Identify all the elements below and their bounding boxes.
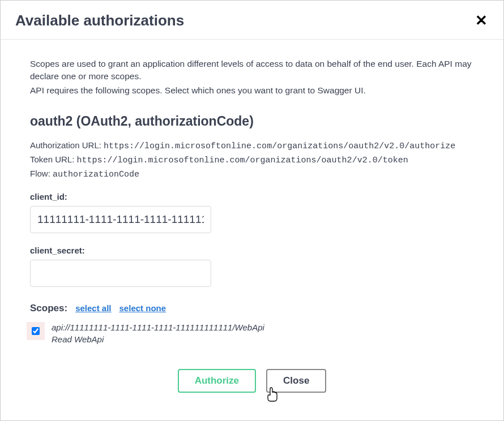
scopes-description: Scopes are used to grant an application …	[30, 58, 474, 97]
scope-text: api://11111111-1111-1111-1111-1111111111…	[52, 322, 264, 345]
scope-name: api://11111111-1111-1111-1111-1111111111…	[52, 322, 264, 333]
modal-header: Available authorizations ✕	[1, 1, 503, 40]
client-secret-input[interactable]	[30, 260, 211, 287]
authorization-url-label: Authorization URL:	[30, 140, 104, 150]
flow-label: Flow:	[30, 169, 53, 178]
client-secret-group: client_secret:	[30, 246, 474, 287]
select-none-link[interactable]: select none	[119, 303, 166, 313]
modal-body: Scopes are used to grant an application …	[1, 40, 503, 410]
client-id-label: client_id:	[30, 192, 474, 201]
authorize-button[interactable]: Authorize	[178, 369, 256, 393]
token-url-label: Token URL:	[30, 154, 77, 164]
description-line-2: API requires the following scopes. Selec…	[30, 84, 474, 97]
scope-description: Read WebApi	[52, 334, 264, 345]
client-id-input[interactable]	[30, 206, 211, 233]
button-row: Authorize Close	[30, 369, 474, 393]
auth-scheme-title: oauth2 (OAuth2, authorizationCode)	[30, 114, 474, 129]
client-id-group: client_id:	[30, 192, 474, 233]
scope-checkbox-wrap	[27, 322, 45, 340]
scopes-header: Scopes: select all select none	[30, 303, 474, 314]
client-secret-label: client_secret:	[30, 246, 474, 255]
description-line-1: Scopes are used to grant an application …	[30, 58, 474, 83]
modal-title: Available authorizations	[15, 12, 184, 29]
close-button[interactable]: Close	[266, 369, 326, 393]
token-url-row: Token URL: https://login.microsoftonline…	[30, 154, 474, 165]
scope-item: api://11111111-1111-1111-1111-1111111111…	[27, 322, 474, 345]
scopes-label: Scopes:	[30, 303, 67, 314]
scope-checkbox[interactable]	[32, 327, 40, 335]
authorization-url-row: Authorization URL: https://login.microso…	[30, 140, 474, 151]
close-icon: ✕	[475, 12, 488, 29]
authorization-url-value: https://login.microsoftonline.com/organi…	[104, 141, 455, 151]
flow-row: Flow: authorizationCode	[30, 169, 474, 179]
flow-value: authorizationCode	[53, 170, 139, 179]
select-all-link[interactable]: select all	[75, 303, 111, 313]
token-url-value: https://login.microsoftonline.com/organi…	[77, 156, 408, 165]
close-icon-button[interactable]: ✕	[473, 11, 490, 30]
